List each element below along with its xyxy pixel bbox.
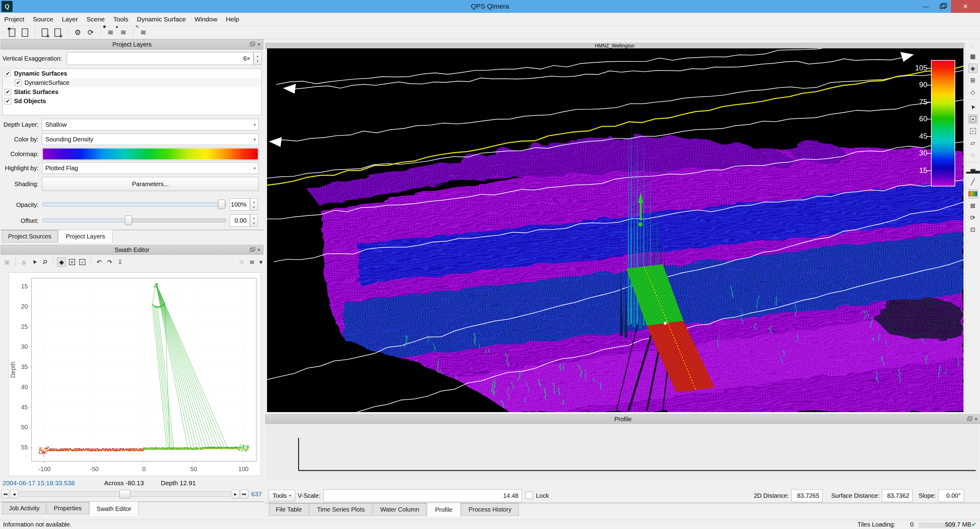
color-by-select[interactable]: Sounding Density▾	[42, 133, 259, 145]
next-ping-button[interactable]: ▶	[232, 490, 240, 499]
float-panel-icon[interactable]	[250, 43, 254, 46]
add-xyz-file-icon[interactable]: ⊕	[52, 27, 64, 38]
menu-dynamic-surface[interactable]: Dynamic Surface	[133, 13, 190, 26]
undo-icon[interactable]: ↶	[95, 257, 104, 267]
tab-file-table[interactable]: File Table	[269, 503, 309, 516]
swath-beam-icon[interactable]: ≋	[247, 257, 257, 267]
tab-process-history[interactable]: Process History	[461, 503, 519, 516]
surface-view-icon[interactable]: ◈	[968, 64, 978, 73]
processing-settings-icon[interactable]: ⚙	[72, 27, 83, 38]
checkbox-checked[interactable]: ✔	[5, 89, 11, 95]
offset-value[interactable]: 0.00	[230, 214, 250, 227]
opacity-slider-track[interactable]	[43, 203, 226, 207]
select-rect-tool-icon[interactable]: ➤	[968, 114, 978, 124]
add-surface-file-icon[interactable]: ⊕	[40, 27, 51, 38]
tab-job-activity[interactable]: Job Activity	[2, 502, 46, 514]
save-icon[interactable]: ▣	[2, 257, 12, 267]
tree-item-dynamicsurface[interactable]: ✔ DynamicSurface	[3, 78, 261, 87]
prev-ping-button[interactable]: ◀	[10, 490, 18, 499]
float-panel-icon[interactable]	[250, 248, 254, 252]
tree-item-dynamic-surfaces[interactable]: ✔ Dynamic Surfaces	[3, 69, 261, 78]
zoom-extents-cube-icon[interactable]: ◇	[968, 87, 978, 97]
depth-layer-select[interactable]: Shallow▾	[42, 119, 259, 130]
redo-icon[interactable]: ↷	[105, 257, 114, 267]
tools-dropdown-button[interactable]: Tools▾	[268, 490, 295, 502]
offset-slider-thumb[interactable]	[125, 216, 132, 225]
profile-plot[interactable]	[266, 424, 979, 481]
swath-ghost-icon[interactable]: ≋	[237, 257, 246, 267]
swath-locked-icon[interactable]: ≋●	[118, 27, 129, 38]
measure-tool-icon[interactable]: ╱	[968, 177, 978, 186]
highlight-by-select[interactable]: Plotted Flag▾	[42, 162, 259, 174]
reject-selection-icon[interactable]: ✕	[67, 257, 76, 267]
vscale-input[interactable]: 14.48	[323, 489, 522, 502]
lock-checkbox[interactable]	[525, 492, 533, 499]
swath-plot[interactable]: 152025303540455055-100-50050100Depth	[9, 272, 261, 476]
point-select-tool-icon[interactable]: •	[968, 126, 978, 136]
tree-item-static-surfaces[interactable]: ✔ Static Surfaces	[3, 87, 261, 97]
close-panel-icon[interactable]: ✕	[974, 417, 978, 421]
scene-3d-viewport[interactable]	[267, 48, 964, 412]
tab-time-series-plots[interactable]: Time Series Plots	[309, 503, 372, 516]
close-panel-icon[interactable]: ✕	[257, 42, 261, 47]
toolbar-handle[interactable]: ⁞⁞	[2, 30, 5, 35]
restore-button[interactable]	[934, 0, 951, 13]
opacity-stepper[interactable]: ▴▾	[250, 199, 258, 211]
opacity-slider-thumb[interactable]	[218, 200, 225, 209]
menu-tools[interactable]: Tools	[109, 13, 133, 26]
add-dynamic-surface-icon[interactable]: ✱	[7, 27, 18, 38]
vertical-exaggeration-input[interactable]: 6×	[67, 52, 254, 65]
accept-selection-icon[interactable]: ✓	[78, 257, 87, 267]
menu-scene[interactable]: Scene	[82, 13, 109, 26]
next-ping-icon[interactable]: ⇩	[115, 257, 125, 267]
close-button[interactable]: ✕	[951, 0, 980, 13]
ping-scrollbar-thumb[interactable]	[119, 490, 130, 499]
checkbox-checked[interactable]: ✔	[5, 98, 11, 104]
histogram-tool-icon[interactable]: ▂▅▃	[968, 165, 978, 175]
vertex-cube-icon[interactable]: ⊡	[968, 225, 978, 234]
colormap-select[interactable]: ▾	[42, 148, 259, 160]
first-ping-button[interactable]: ◀◀	[1, 490, 9, 499]
grid-3d-icon[interactable]: ⊠	[968, 201, 978, 210]
eraser-tool-icon[interactable]: ◆	[57, 257, 66, 267]
tab-profile[interactable]: Profile	[427, 503, 461, 517]
tab-swath-editor[interactable]: Swath Editor	[89, 502, 138, 516]
tab-water-column[interactable]: Water Column	[373, 503, 426, 516]
offset-stepper[interactable]: ▴▾	[250, 214, 258, 227]
menu-window[interactable]: Window	[190, 13, 222, 26]
shading-parameters-button[interactable]: Parameters...	[42, 177, 259, 191]
close-panel-icon[interactable]: ✕	[257, 247, 261, 252]
lasso-select-tool-icon[interactable]: ◌	[968, 150, 978, 159]
tab-project-layers[interactable]: Project Layers	[58, 230, 113, 243]
colormap-tool-icon[interactable]	[968, 189, 978, 199]
polygon-select-tool-icon[interactable]: ▱	[968, 138, 978, 148]
menu-source[interactable]: Source	[29, 13, 57, 26]
vertical-exaggeration-stepper[interactable]: ▴▾	[254, 52, 261, 65]
tab-properties[interactable]: Properties	[46, 502, 89, 514]
more-menu-icon[interactable]: ▾	[258, 257, 264, 267]
rotate-view-icon[interactable]: ⟳	[968, 213, 978, 222]
add-static-surface-icon[interactable]	[20, 27, 30, 38]
offset-slider-track[interactable]	[43, 219, 226, 222]
home-view-icon[interactable]: ⌂	[19, 257, 29, 267]
opacity-value[interactable]: 100%	[230, 199, 250, 211]
minimize-button[interactable]: —	[917, 0, 934, 13]
toolbar-handle[interactable]: ⁞⁞	[971, 44, 975, 49]
zoom-extents-grid-icon[interactable]: ⊞	[968, 76, 978, 85]
swath-auto-icon[interactable]: ≋✱	[105, 27, 116, 38]
menu-project[interactable]: Project	[0, 13, 29, 26]
refresh-icon[interactable]: ⟳	[85, 27, 96, 38]
menu-layer[interactable]: Layer	[57, 13, 83, 26]
checkbox-checked[interactable]: ✔	[15, 79, 21, 86]
tree-item-sd-objects[interactable]: ✔ Sd Objects	[3, 97, 261, 106]
pointer-tool-icon[interactable]: ➤	[968, 103, 978, 112]
float-panel-icon[interactable]	[967, 418, 971, 421]
swath-edit-icon[interactable]: ≋✎	[138, 27, 149, 38]
menu-help[interactable]: Help	[222, 13, 243, 26]
checkbox-checked[interactable]: ✔	[5, 70, 11, 77]
plan-view-grid-icon[interactable]: ▦	[968, 52, 978, 61]
tab-project-sources[interactable]: Project Sources	[2, 230, 57, 243]
pointer-tool-icon[interactable]: ➤	[30, 257, 39, 267]
last-ping-button[interactable]: ▶▶	[240, 490, 248, 499]
zoom-tool-icon[interactable]: ⚲	[40, 257, 49, 267]
